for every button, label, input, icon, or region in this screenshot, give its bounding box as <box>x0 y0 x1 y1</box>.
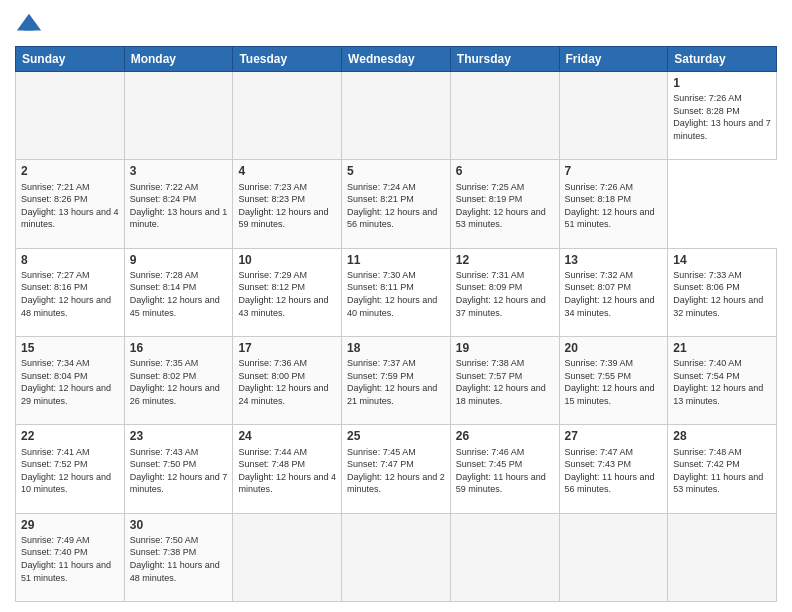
day-number: 27 <box>565 428 663 444</box>
calendar-day: 9Sunrise: 7:28 AMSunset: 8:14 PMDaylight… <box>124 248 233 336</box>
day-header: Monday <box>124 47 233 72</box>
calendar-week: 2Sunrise: 7:21 AMSunset: 8:26 PMDaylight… <box>16 160 777 248</box>
calendar-day-empty <box>233 72 342 160</box>
calendar-week: 15Sunrise: 7:34 AMSunset: 8:04 PMDayligh… <box>16 336 777 424</box>
day-number: 21 <box>673 340 771 356</box>
day-number: 10 <box>238 252 336 268</box>
day-number: 14 <box>673 252 771 268</box>
day-info: Sunrise: 7:44 AMSunset: 7:48 PMDaylight:… <box>238 446 336 496</box>
calendar-day-empty <box>16 72 125 160</box>
page: SundayMondayTuesdayWednesdayThursdayFrid… <box>0 0 792 612</box>
calendar-day: 11Sunrise: 7:30 AMSunset: 8:11 PMDayligh… <box>342 248 451 336</box>
day-info: Sunrise: 7:31 AMSunset: 8:09 PMDaylight:… <box>456 269 554 319</box>
day-number: 4 <box>238 163 336 179</box>
day-header: Saturday <box>668 47 777 72</box>
day-info: Sunrise: 7:46 AMSunset: 7:45 PMDaylight:… <box>456 446 554 496</box>
calendar-day-empty <box>559 513 668 601</box>
calendar-day: 14Sunrise: 7:33 AMSunset: 8:06 PMDayligh… <box>668 248 777 336</box>
calendar-day-empty <box>342 513 451 601</box>
day-header: Thursday <box>450 47 559 72</box>
calendar-day: 1Sunrise: 7:26 AMSunset: 8:28 PMDaylight… <box>668 72 777 160</box>
day-info: Sunrise: 7:27 AMSunset: 8:16 PMDaylight:… <box>21 269 119 319</box>
calendar-day: 29Sunrise: 7:49 AMSunset: 7:40 PMDayligh… <box>16 513 125 601</box>
day-number: 2 <box>21 163 119 179</box>
day-info: Sunrise: 7:29 AMSunset: 8:12 PMDaylight:… <box>238 269 336 319</box>
day-number: 24 <box>238 428 336 444</box>
svg-rect-1 <box>24 25 33 31</box>
calendar-day-empty <box>124 72 233 160</box>
day-info: Sunrise: 7:26 AMSunset: 8:28 PMDaylight:… <box>673 92 771 142</box>
calendar-day: 17Sunrise: 7:36 AMSunset: 8:00 PMDayligh… <box>233 336 342 424</box>
calendar-day: 15Sunrise: 7:34 AMSunset: 8:04 PMDayligh… <box>16 336 125 424</box>
day-number: 26 <box>456 428 554 444</box>
calendar-day: 25Sunrise: 7:45 AMSunset: 7:47 PMDayligh… <box>342 425 451 513</box>
calendar-week: 1Sunrise: 7:26 AMSunset: 8:28 PMDaylight… <box>16 72 777 160</box>
logo-icon <box>15 10 43 38</box>
calendar-header-row: SundayMondayTuesdayWednesdayThursdayFrid… <box>16 47 777 72</box>
calendar-day: 3Sunrise: 7:22 AMSunset: 8:24 PMDaylight… <box>124 160 233 248</box>
day-info: Sunrise: 7:48 AMSunset: 7:42 PMDaylight:… <box>673 446 771 496</box>
day-info: Sunrise: 7:24 AMSunset: 8:21 PMDaylight:… <box>347 181 445 231</box>
calendar-day-empty <box>559 72 668 160</box>
day-info: Sunrise: 7:26 AMSunset: 8:18 PMDaylight:… <box>565 181 663 231</box>
day-number: 20 <box>565 340 663 356</box>
day-info: Sunrise: 7:50 AMSunset: 7:38 PMDaylight:… <box>130 534 228 584</box>
calendar-day: 20Sunrise: 7:39 AMSunset: 7:55 PMDayligh… <box>559 336 668 424</box>
calendar-day: 21Sunrise: 7:40 AMSunset: 7:54 PMDayligh… <box>668 336 777 424</box>
calendar-day: 5Sunrise: 7:24 AMSunset: 8:21 PMDaylight… <box>342 160 451 248</box>
day-header: Sunday <box>16 47 125 72</box>
day-number: 6 <box>456 163 554 179</box>
calendar-day: 2Sunrise: 7:21 AMSunset: 8:26 PMDaylight… <box>16 160 125 248</box>
day-number: 8 <box>21 252 119 268</box>
calendar-day: 22Sunrise: 7:41 AMSunset: 7:52 PMDayligh… <box>16 425 125 513</box>
day-info: Sunrise: 7:40 AMSunset: 7:54 PMDaylight:… <box>673 357 771 407</box>
day-info: Sunrise: 7:33 AMSunset: 8:06 PMDaylight:… <box>673 269 771 319</box>
day-info: Sunrise: 7:21 AMSunset: 8:26 PMDaylight:… <box>21 181 119 231</box>
day-info: Sunrise: 7:36 AMSunset: 8:00 PMDaylight:… <box>238 357 336 407</box>
calendar-week: 22Sunrise: 7:41 AMSunset: 7:52 PMDayligh… <box>16 425 777 513</box>
day-number: 28 <box>673 428 771 444</box>
day-number: 30 <box>130 517 228 533</box>
calendar-day: 7Sunrise: 7:26 AMSunset: 8:18 PMDaylight… <box>559 160 668 248</box>
calendar-day: 23Sunrise: 7:43 AMSunset: 7:50 PMDayligh… <box>124 425 233 513</box>
calendar-day: 24Sunrise: 7:44 AMSunset: 7:48 PMDayligh… <box>233 425 342 513</box>
day-info: Sunrise: 7:43 AMSunset: 7:50 PMDaylight:… <box>130 446 228 496</box>
calendar-day: 27Sunrise: 7:47 AMSunset: 7:43 PMDayligh… <box>559 425 668 513</box>
calendar-week: 29Sunrise: 7:49 AMSunset: 7:40 PMDayligh… <box>16 513 777 601</box>
calendar-day: 10Sunrise: 7:29 AMSunset: 8:12 PMDayligh… <box>233 248 342 336</box>
day-header: Tuesday <box>233 47 342 72</box>
calendar-day: 26Sunrise: 7:46 AMSunset: 7:45 PMDayligh… <box>450 425 559 513</box>
calendar-day: 4Sunrise: 7:23 AMSunset: 8:23 PMDaylight… <box>233 160 342 248</box>
day-info: Sunrise: 7:38 AMSunset: 7:57 PMDaylight:… <box>456 357 554 407</box>
calendar-day: 6Sunrise: 7:25 AMSunset: 8:19 PMDaylight… <box>450 160 559 248</box>
logo <box>15 10 47 38</box>
calendar-day-empty <box>450 72 559 160</box>
day-number: 9 <box>130 252 228 268</box>
day-number: 15 <box>21 340 119 356</box>
day-number: 29 <box>21 517 119 533</box>
day-number: 12 <box>456 252 554 268</box>
day-header: Wednesday <box>342 47 451 72</box>
calendar-day: 13Sunrise: 7:32 AMSunset: 8:07 PMDayligh… <box>559 248 668 336</box>
day-info: Sunrise: 7:49 AMSunset: 7:40 PMDaylight:… <box>21 534 119 584</box>
calendar-table: SundayMondayTuesdayWednesdayThursdayFrid… <box>15 46 777 602</box>
calendar-day: 8Sunrise: 7:27 AMSunset: 8:16 PMDaylight… <box>16 248 125 336</box>
day-number: 22 <box>21 428 119 444</box>
day-number: 25 <box>347 428 445 444</box>
day-number: 11 <box>347 252 445 268</box>
day-info: Sunrise: 7:35 AMSunset: 8:02 PMDaylight:… <box>130 357 228 407</box>
calendar-day: 18Sunrise: 7:37 AMSunset: 7:59 PMDayligh… <box>342 336 451 424</box>
day-number: 1 <box>673 75 771 91</box>
calendar-day: 16Sunrise: 7:35 AMSunset: 8:02 PMDayligh… <box>124 336 233 424</box>
day-number: 7 <box>565 163 663 179</box>
day-info: Sunrise: 7:23 AMSunset: 8:23 PMDaylight:… <box>238 181 336 231</box>
calendar-day: 28Sunrise: 7:48 AMSunset: 7:42 PMDayligh… <box>668 425 777 513</box>
day-number: 13 <box>565 252 663 268</box>
day-number: 16 <box>130 340 228 356</box>
calendar-day-empty <box>233 513 342 601</box>
calendar-day-empty <box>668 513 777 601</box>
calendar-week: 8Sunrise: 7:27 AMSunset: 8:16 PMDaylight… <box>16 248 777 336</box>
day-number: 17 <box>238 340 336 356</box>
calendar-day: 30Sunrise: 7:50 AMSunset: 7:38 PMDayligh… <box>124 513 233 601</box>
day-info: Sunrise: 7:41 AMSunset: 7:52 PMDaylight:… <box>21 446 119 496</box>
